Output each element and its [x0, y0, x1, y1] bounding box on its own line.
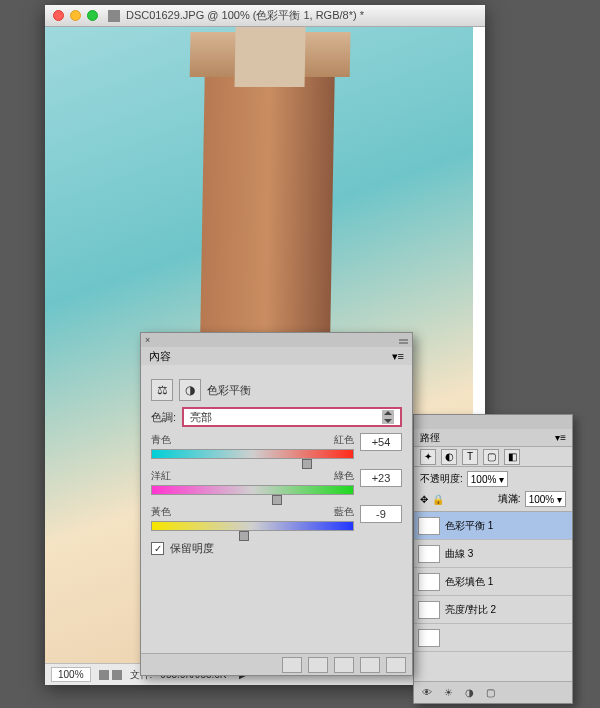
tone-select[interactable]: 亮部: [182, 407, 402, 427]
layer-name[interactable]: 亮度/對比 2: [445, 603, 496, 617]
slider-right-label: 紅色: [334, 433, 354, 447]
panel-menu-icon[interactable]: ▾≡: [392, 350, 404, 363]
layer-item[interactable]: [414, 624, 572, 652]
magenta-green-slider[interactable]: [151, 485, 354, 495]
slider-left-label: 黃色: [151, 505, 171, 519]
layers-options: 不透明度: 100% ▾ ✥ 🔒 填滿: 100% ▾: [414, 467, 572, 512]
panel-menu-icon[interactable]: ▾≡: [555, 432, 566, 443]
layer-thumb: [418, 545, 440, 563]
layer-thumb: [418, 629, 440, 647]
reset-icon[interactable]: [360, 657, 380, 673]
layer-thumb: [418, 517, 440, 535]
fill-label: 填滿:: [498, 492, 521, 506]
tab-paths[interactable]: 路徑: [420, 431, 440, 445]
layer-list: 色彩平衡 1 曲線 3 色彩填色 1 亮度/對比 2: [414, 512, 572, 652]
adjustments-header[interactable]: ×: [141, 333, 412, 347]
magenta-green-value[interactable]: +23: [360, 469, 402, 487]
zoom-field[interactable]: 100%: [51, 667, 91, 682]
layer-name[interactable]: 色彩平衡 1: [445, 519, 493, 533]
slider-left-label: 洋紅: [151, 469, 171, 483]
collapse-icon[interactable]: [399, 339, 408, 341]
mask-icon[interactable]: ◑: [461, 686, 477, 700]
layer-item[interactable]: 曲線 3: [414, 540, 572, 568]
brightness-icon[interactable]: ☀: [440, 686, 456, 700]
filter-pixel-icon[interactable]: ✦: [420, 449, 436, 465]
filter-shape-icon[interactable]: ▢: [483, 449, 499, 465]
tab-properties[interactable]: 內容: [149, 349, 171, 364]
tower-top: [235, 27, 307, 87]
adjustments-footer: [141, 653, 412, 675]
slider-right-label: 綠色: [334, 469, 354, 483]
status-icon[interactable]: [112, 670, 122, 680]
layers-panel-header[interactable]: [414, 415, 572, 429]
updown-icon: [382, 410, 394, 424]
adjustments-panel: × 內容 ▾≡ ⚖ ◑ 色彩平衡 色調: 亮部 青色 紅色: [140, 332, 413, 676]
layer-item[interactable]: 色彩填色 1: [414, 568, 572, 596]
layer-name[interactable]: 曲線 3: [445, 547, 473, 561]
eye-icon[interactable]: [334, 657, 354, 673]
prev-icon[interactable]: [308, 657, 328, 673]
checkbox-icon: ✓: [151, 542, 164, 555]
minimize-icon[interactable]: [70, 10, 81, 21]
layer-item[interactable]: 亮度/對比 2: [414, 596, 572, 624]
yellow-blue-slider[interactable]: [151, 521, 354, 531]
layers-panel: 路徑 ▾≡ ✦ ◐ T ▢ ◧ 不透明度: 100% ▾ ✥ 🔒 填滿: 100…: [413, 414, 573, 704]
window-title: DSC01629.JPG @ 100% (色彩平衡 1, RGB/8*) *: [126, 8, 364, 23]
status-widgets: [99, 670, 122, 680]
zoom-icon[interactable]: [87, 10, 98, 21]
cyan-red-value[interactable]: +54: [360, 433, 402, 451]
slider-left-label: 青色: [151, 433, 171, 447]
slider-thumb[interactable]: [239, 531, 249, 541]
layer-thumb: [418, 573, 440, 591]
slider-right-label: 藍色: [334, 505, 354, 519]
adjustments-body: ⚖ ◑ 色彩平衡 色調: 亮部 青色 紅色 +54: [141, 365, 412, 564]
opacity-field[interactable]: 100% ▾: [467, 471, 508, 487]
filter-adjust-icon[interactable]: ◐: [441, 449, 457, 465]
trash-icon[interactable]: [386, 657, 406, 673]
layer-thumb: [418, 601, 440, 619]
mask-icon[interactable]: ◑: [179, 379, 201, 401]
filter-type-icon[interactable]: T: [462, 449, 478, 465]
eye-icon[interactable]: 👁: [419, 686, 435, 700]
lock-icon[interactable]: 🔒: [432, 494, 444, 505]
layers-toolbar: ✦ ◐ T ▢ ◧: [414, 447, 572, 467]
yellow-blue-value[interactable]: -9: [360, 505, 402, 523]
layers-tabs: 路徑 ▾≡: [414, 429, 572, 447]
clip-icon[interactable]: [282, 657, 302, 673]
lock-move-icon[interactable]: ✥: [420, 494, 428, 505]
close-icon[interactable]: ×: [145, 335, 150, 345]
status-icon[interactable]: [99, 670, 109, 680]
adjustments-tabs: 內容 ▾≡: [141, 347, 412, 365]
new-layer-icon[interactable]: ▢: [482, 686, 498, 700]
document-icon: [108, 10, 120, 22]
window-controls: [53, 10, 98, 21]
adjustment-title: 色彩平衡: [207, 383, 251, 398]
slider-thumb[interactable]: [302, 459, 312, 469]
layer-name[interactable]: 色彩填色 1: [445, 575, 493, 589]
titlebar[interactable]: DSC01629.JPG @ 100% (色彩平衡 1, RGB/8*) *: [45, 5, 485, 27]
close-icon[interactable]: [53, 10, 64, 21]
cyan-red-slider[interactable]: [151, 449, 354, 459]
preserve-luminosity-checkbox[interactable]: ✓ 保留明度: [151, 541, 402, 556]
adjustment-type-icon[interactable]: ⚖: [151, 379, 173, 401]
layers-footer: 👁 ☀ ◑ ▢: [414, 681, 572, 703]
layer-item[interactable]: 色彩平衡 1: [414, 512, 572, 540]
tone-label: 色調:: [151, 410, 176, 425]
tone-value: 亮部: [190, 410, 212, 425]
slider-thumb[interactable]: [272, 495, 282, 505]
filter-smart-icon[interactable]: ◧: [504, 449, 520, 465]
opacity-label: 不透明度:: [420, 472, 463, 486]
fill-field[interactable]: 100% ▾: [525, 491, 566, 507]
preserve-label: 保留明度: [170, 541, 214, 556]
